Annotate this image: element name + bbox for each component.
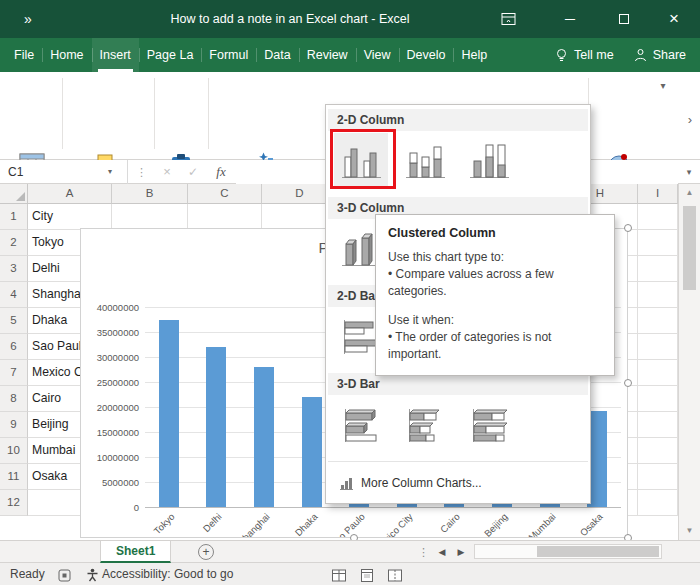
group-scroll-chevron[interactable]: ›	[682, 112, 698, 127]
cell-I8[interactable]	[638, 386, 678, 412]
chart-bar-delhi[interactable]	[206, 347, 226, 507]
chart-type-3d-clustered-bar[interactable]	[334, 397, 388, 453]
tab-develo[interactable]: Develo	[399, 38, 454, 72]
cell-I12[interactable]	[638, 490, 678, 516]
row-header-6[interactable]: 6	[0, 334, 28, 360]
tab-file[interactable]: File	[6, 38, 42, 72]
row-header-11[interactable]: 11	[0, 464, 28, 490]
row-header-9[interactable]: 9	[0, 412, 28, 438]
maximize-button[interactable]	[602, 0, 646, 38]
tab-view[interactable]: View	[356, 38, 399, 72]
chart-y-axis-label: 15000000	[81, 427, 139, 438]
page-break-preview-button[interactable]	[386, 567, 404, 583]
row-header-1[interactable]: 1	[0, 204, 28, 230]
normal-view-button[interactable]	[330, 567, 348, 583]
accessibility-status[interactable]: Accessibility: Good to go	[102, 563, 233, 585]
row-header-5[interactable]: 5	[0, 308, 28, 334]
tab-data[interactable]: Data	[256, 38, 298, 72]
chart-gridline	[145, 507, 621, 508]
enter-icon[interactable]: ✓	[182, 160, 204, 184]
scroll-right-icon[interactable]: ▶	[452, 541, 470, 563]
row-header-4[interactable]: 4	[0, 282, 28, 308]
cell-I3[interactable]	[638, 256, 678, 282]
scroll-up-icon[interactable]: ▲	[679, 184, 700, 202]
accessibility-icon[interactable]	[86, 568, 99, 585]
excel-window: » How to add a note in an Excel chart - …	[0, 0, 700, 585]
chart-type-100-stacked-column[interactable]	[462, 133, 516, 189]
person-icon	[634, 48, 647, 62]
cell-I6[interactable]	[638, 334, 678, 360]
vertical-scrollbar[interactable]: ▲ ▼	[678, 184, 700, 540]
chart-handle-top-right[interactable]	[624, 224, 632, 232]
chart-type-stacked-column[interactable]	[398, 133, 452, 189]
horizontal-scrollbar-thumb[interactable]	[537, 546, 659, 557]
vertical-scrollbar-thumb[interactable]	[683, 206, 696, 290]
close-button[interactable]: ×	[652, 0, 696, 38]
more-column-charts-label: More Column Charts...	[361, 476, 482, 490]
select-all-corner[interactable]	[0, 184, 28, 204]
ribbon-option-chevron[interactable]: ▾	[654, 80, 672, 91]
tab-review[interactable]: Review	[299, 38, 356, 72]
more-column-charts-item[interactable]: More Column Charts...	[328, 467, 588, 499]
chart-bar-tokyo[interactable]	[159, 320, 179, 508]
ready-status: Ready	[10, 563, 45, 585]
row-header-8[interactable]: 8	[0, 386, 28, 412]
row-header-7[interactable]: 7	[0, 360, 28, 386]
cell-C1[interactable]	[188, 204, 262, 230]
tell-me-button[interactable]: Tell me	[545, 38, 624, 72]
cell-I10[interactable]	[638, 438, 678, 464]
chart-handle-mid-right[interactable]	[624, 379, 632, 387]
column-header-c[interactable]: C	[188, 184, 262, 204]
column-header-a[interactable]: A	[28, 184, 112, 204]
cell-I4[interactable]	[638, 282, 678, 308]
chart-y-axis-label: 0	[81, 502, 139, 513]
horizontal-scrollbar[interactable]	[474, 544, 662, 559]
cancel-icon[interactable]: ×	[156, 160, 178, 184]
chart-type-3d-stacked-bar[interactable]	[398, 397, 452, 453]
column-header-b[interactable]: B	[112, 184, 188, 204]
dropdown-separator	[328, 461, 588, 462]
scroll-left-icon[interactable]: ◀	[433, 541, 451, 563]
tab-formul[interactable]: Formul	[201, 38, 256, 72]
insert-function-icon[interactable]: fx	[210, 160, 232, 184]
expand-formula-bar-icon[interactable]: ▾	[680, 160, 698, 184]
title-bar: » How to add a note in an Excel chart - …	[0, 0, 700, 38]
chart-y-axis-label: 30000000	[81, 352, 139, 363]
row-header-2[interactable]: 2	[0, 230, 28, 256]
tab-home[interactable]: Home	[42, 38, 91, 72]
chart-type-3d-100-stacked-bar[interactable]	[462, 397, 516, 453]
cell-B1[interactable]	[112, 204, 188, 230]
section-header-2d-column: 2-D Column	[328, 109, 588, 131]
tab-page-la[interactable]: Page La	[139, 38, 202, 72]
scroll-down-icon[interactable]: ▼	[679, 522, 700, 540]
row-header-12[interactable]: 12	[0, 490, 28, 516]
formula-bar-handle[interactable]: ⋮	[136, 160, 147, 184]
chart-bar-dhaka[interactable]	[302, 397, 322, 507]
cell-A1[interactable]: City	[28, 204, 112, 230]
select-all-triangle-icon	[16, 192, 25, 201]
sheet-tab-sheet1[interactable]: Sheet1	[100, 541, 171, 563]
tab-insert[interactable]: Insert	[92, 38, 139, 72]
share-button[interactable]: Share	[624, 38, 700, 72]
add-sheet-button[interactable]: +	[198, 544, 214, 560]
cell-I11[interactable]	[638, 464, 678, 490]
column-header-i[interactable]: I	[638, 184, 678, 204]
chart-y-axis-label: 10000000	[81, 452, 139, 463]
row-header-10[interactable]: 10	[0, 438, 28, 464]
macro-record-icon[interactable]	[58, 568, 71, 585]
cell-I7[interactable]	[638, 360, 678, 386]
minimize-button[interactable]: ─	[548, 0, 592, 38]
cell-I1[interactable]	[638, 204, 678, 230]
cell-I5[interactable]	[638, 308, 678, 334]
tab-bar-handle[interactable]: ⋮	[418, 541, 429, 563]
share-label: Share	[653, 48, 686, 62]
tab-help[interactable]: Help	[453, 38, 495, 72]
page-layout-view-button[interactable]	[358, 567, 376, 583]
chart-bar-shanghai[interactable]	[254, 367, 274, 507]
cell-I9[interactable]	[638, 412, 678, 438]
row-header-3[interactable]: 3	[0, 256, 28, 282]
name-box-chevron-icon[interactable]: ▾	[108, 160, 112, 184]
cell-I2[interactable]	[638, 230, 678, 256]
quick-access-toolbar[interactable]: »	[24, 0, 32, 38]
ribbon-display-options-icon[interactable]	[486, 0, 530, 38]
